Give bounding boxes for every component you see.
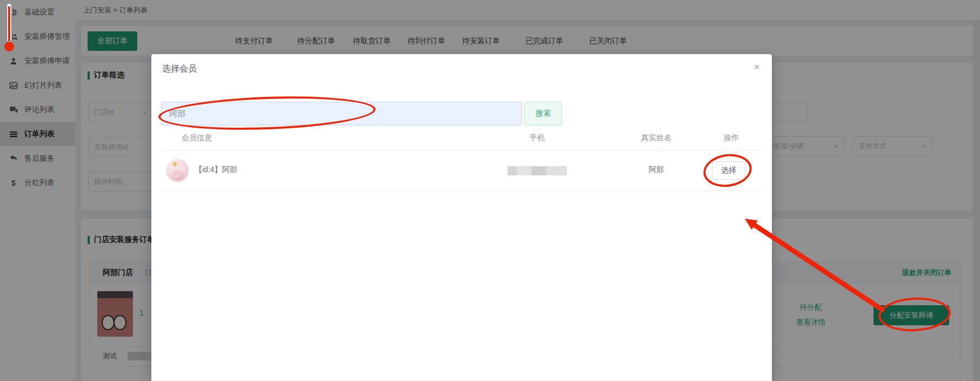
col-member-info: 会员信息 xyxy=(182,133,212,143)
col-action: 操作 xyxy=(704,133,758,143)
table-divider xyxy=(161,190,762,191)
member-real-name: 阿部 xyxy=(624,165,689,175)
masked-phone-number xyxy=(508,166,567,175)
close-icon[interactable]: × xyxy=(750,61,763,74)
member-search-button[interactable]: 搜索 xyxy=(524,102,562,126)
member-info-text: 【id:4】阿部 xyxy=(195,165,237,175)
modal-title: 选择会员 xyxy=(162,63,197,75)
col-real-name: 真实姓名 xyxy=(624,133,689,143)
select-member-button[interactable]: 选择 xyxy=(712,161,745,180)
member-avatar xyxy=(166,159,189,182)
member-row: 【id:4】阿部 阿部 选择 xyxy=(151,151,772,190)
col-phone: 手机 xyxy=(510,133,564,143)
member-table-header: 会员信息 手机 真实姓名 操作 xyxy=(151,133,772,146)
member-search-input[interactable] xyxy=(161,102,522,126)
select-member-modal: 选择会员 × 搜索 会员信息 手机 真实姓名 操作 【id:4】阿部 阿部 选择 xyxy=(151,54,772,381)
